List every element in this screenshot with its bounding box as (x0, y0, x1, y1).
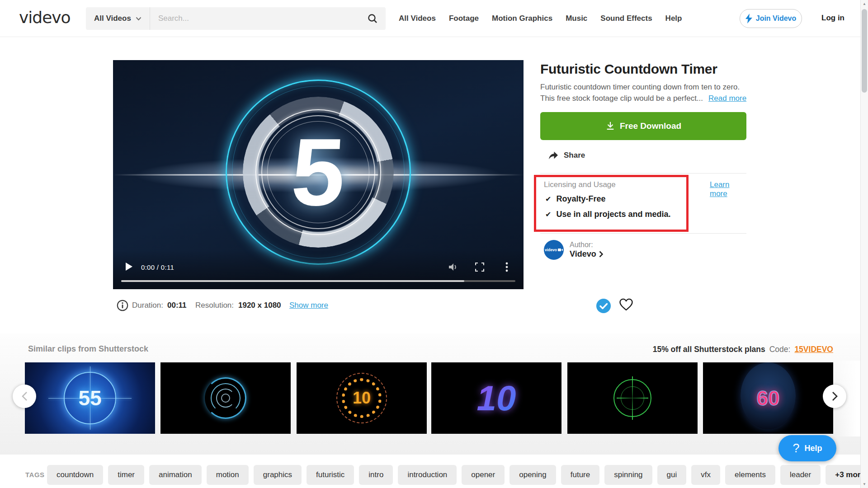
play-button[interactable] (122, 260, 136, 274)
licensing-item-text: Use in all projects and media. (556, 210, 670, 219)
tag-leader[interactable]: leader (780, 465, 821, 485)
favorite-button[interactable] (618, 297, 634, 313)
mute-button[interactable] (447, 260, 460, 274)
carousel-prev-button[interactable] (13, 385, 36, 408)
thumbnail-number: 55 (25, 362, 155, 434)
share-icon (548, 151, 559, 160)
similar-clip-thumbnail[interactable] (160, 362, 291, 434)
author-avatar[interactable]: videvo (544, 240, 564, 260)
share-label: Share (564, 151, 585, 160)
lightning-bolt-icon (745, 14, 752, 23)
download-icon (605, 121, 615, 131)
tag-vfx[interactable]: vfx (691, 465, 720, 485)
play-icon (125, 262, 133, 271)
tag-graphics[interactable]: graphics (254, 465, 302, 485)
videvo-logo[interactable]: videvo (19, 8, 71, 27)
help-label: Help (805, 444, 822, 453)
carousel-next-button[interactable] (823, 385, 846, 408)
white-ring-2 (261, 115, 375, 229)
tag-animation[interactable]: animation (149, 465, 202, 485)
videvo-video-page: videvo All Videos All Videos Footage Mot… (0, 0, 868, 488)
join-videvo-label: Join Videvo (756, 14, 797, 23)
fullscreen-button[interactable] (473, 260, 486, 274)
thumbnail-number (567, 362, 698, 434)
read-more-link[interactable]: Read more (708, 94, 746, 103)
quality-check-badge[interactable] (596, 298, 611, 314)
video-player[interactable]: 5 0:00 / 0:11 (113, 60, 524, 289)
similar-clip-thumbnail[interactable]: 60 (703, 362, 833, 434)
countdown-number: 5 (221, 80, 415, 265)
tag-countdown[interactable]: countdown (47, 465, 103, 485)
similar-clip-thumbnail[interactable]: 55 (25, 362, 155, 434)
scroll-up-arrow[interactable]: ▲ (861, 0, 868, 8)
scrollbar-thumb[interactable] (862, 9, 867, 93)
similar-clip-thumbnail[interactable]: 10 (297, 362, 427, 434)
white-ring-1 (255, 109, 381, 235)
segmented-gray-ring (243, 97, 394, 248)
nav-link-motion-graphics[interactable]: Motion Graphics (492, 14, 552, 23)
lens-flare (113, 145, 524, 204)
tag-opening[interactable]: opening (509, 465, 556, 485)
tag-motion[interactable]: motion (207, 465, 249, 485)
free-download-button[interactable]: Free Download (540, 112, 746, 140)
tag-gui[interactable]: gui (657, 465, 687, 485)
overflow-menu-button[interactable] (500, 260, 514, 274)
video-buffered-bar (121, 280, 464, 282)
tag-intro[interactable]: intro (359, 465, 393, 485)
share-button[interactable]: Share (548, 151, 585, 160)
author-name: Videvo (570, 249, 596, 259)
author-label: Author: (570, 241, 593, 249)
info-icon[interactable] (117, 300, 128, 311)
promo-code-link[interactable]: 15VIDEVO (794, 345, 833, 354)
duration-label: Duration: (132, 301, 163, 310)
search-category-label: All Videos (94, 14, 131, 23)
help-button[interactable]: ? Help (778, 435, 836, 461)
cyan-inner-ring (232, 86, 405, 258)
join-videvo-button[interactable]: Join Videvo (740, 9, 802, 28)
description-line-2: This free stock footage clip would be a … (540, 94, 703, 103)
licensing-item: ✔ Use in all projects and media. (545, 210, 671, 219)
author-name-link[interactable]: Videvo (570, 249, 603, 259)
promo-text: 15% off all Shutterstock plans (653, 345, 765, 354)
check-icon: ✔ (545, 210, 551, 219)
tag-timer[interactable]: timer (108, 465, 144, 485)
similar-clip-thumbnail[interactable]: 10 (431, 362, 561, 434)
tag-future[interactable]: future (561, 465, 599, 485)
scroll-down-arrow[interactable]: ▼ (861, 480, 868, 488)
tag-futuristic[interactable]: futuristic (307, 465, 354, 485)
page-title: Futuristic Countdown Timer (540, 61, 717, 77)
tag-elements[interactable]: elements (725, 465, 775, 485)
nav-link-all-videos[interactable]: All Videos (399, 14, 436, 23)
countdown-artwork: 5 (226, 80, 411, 265)
search-button[interactable] (359, 7, 386, 30)
tag-opener[interactable]: opener (462, 465, 505, 485)
video-camera-icon (558, 248, 563, 252)
heart-icon (618, 297, 634, 312)
video-time: 0:00 / 0:11 (141, 263, 174, 271)
resolution-label: Resolution: (195, 301, 234, 310)
video-progress-bar[interactable] (121, 280, 515, 282)
tag-spinning[interactable]: spinning (604, 465, 652, 485)
resolution-value: 868 x 488 (238, 301, 281, 310)
similar-clips-heading: Similar clips from Shutterstock (28, 344, 148, 354)
tag-introduction[interactable]: introduction (398, 465, 457, 485)
search-category-dropdown[interactable]: All Videos (86, 7, 150, 30)
nav-link-help[interactable]: Help (665, 14, 682, 23)
licensing-item: ✔ Royalty-Free (545, 194, 605, 204)
show-more-link[interactable]: Show more (289, 301, 328, 310)
top-navbar: videvo All Videos All Videos Footage Mot… (0, 0, 860, 37)
similar-clip-thumbnail[interactable] (567, 362, 698, 434)
clip-meta-row: Duration: 00:11 Resolution: 868 x 488 … (113, 297, 524, 315)
login-link[interactable]: Log in (821, 14, 844, 23)
nav-link-sound-effects[interactable]: Sound Effects (600, 14, 652, 23)
lens-flare-line (113, 174, 524, 175)
main-navigation: All Videos Footage Motion Graphics Music… (399, 0, 682, 37)
kebab-menu-icon (505, 262, 508, 272)
volume-icon (448, 263, 458, 272)
learn-more-link[interactable]: Learn more (710, 180, 746, 198)
nav-link-footage[interactable]: Footage (449, 14, 479, 23)
tags-row: countdown timer animation motion graphic… (47, 465, 868, 485)
search-input[interactable] (150, 7, 359, 30)
nav-link-music[interactable]: Music (566, 14, 587, 23)
video-controls: 0:00 / 0:11 (113, 250, 524, 289)
